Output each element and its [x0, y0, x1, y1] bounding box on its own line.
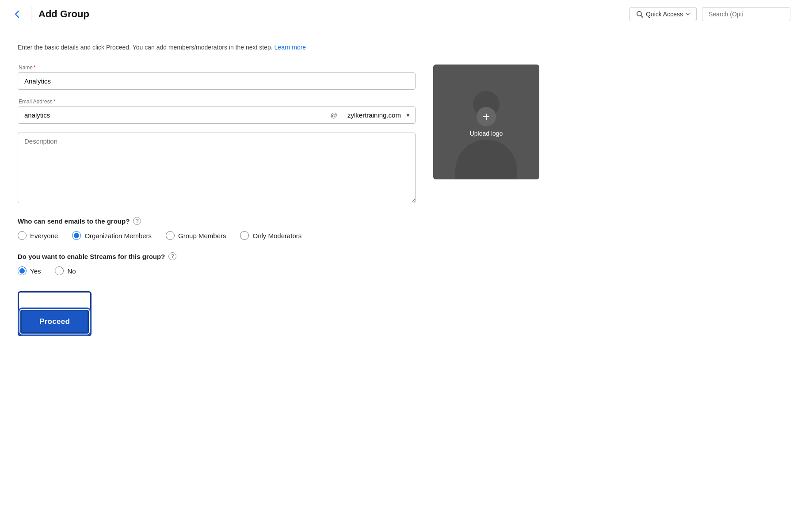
quick-access-label: Quick Access [646, 11, 683, 18]
header-divider [31, 6, 31, 22]
radio-only-moderators-label: Only Moderators [252, 232, 301, 239]
radio-streams-yes-input[interactable] [18, 266, 27, 275]
header-right: Quick Access [629, 7, 790, 21]
streams-radio-group: Yes No [18, 266, 416, 275]
description-textarea[interactable] [18, 133, 416, 203]
radio-streams-yes-label: Yes [30, 267, 41, 275]
proceed-button[interactable]: Proceed [20, 310, 89, 334]
radio-streams-no-input[interactable] [55, 266, 64, 275]
header: Add Group Quick Access [0, 0, 801, 28]
description-field-group [18, 133, 416, 205]
logo-plus-icon: + [477, 107, 496, 126]
form-section: Name* Email Address* @ zylkertraining.co… [18, 65, 416, 336]
form-logo-row: Name* Email Address* @ zylkertraining.co… [18, 65, 601, 336]
header-left: Add Group [11, 6, 89, 22]
quick-access-button[interactable]: Quick Access [629, 7, 697, 21]
chevron-down-icon [686, 12, 690, 16]
radio-streams-no-label: No [67, 267, 76, 275]
email-permission-radio-group: Everyone Organization Members Group Memb… [18, 231, 416, 240]
name-field-group: Name* [18, 65, 416, 90]
search-icon [636, 11, 643, 18]
radio-everyone[interactable]: Everyone [18, 231, 58, 240]
radio-streams-yes[interactable]: Yes [18, 266, 41, 275]
radio-group-members-label: Group Members [178, 232, 226, 239]
logo-silhouette-body [455, 140, 517, 179]
email-field-group: Email Address* @ zylkertraining.com ▼ [18, 99, 416, 124]
email-domain-select[interactable]: zylkertraining.com [341, 107, 415, 123]
email-field-wrapper: @ zylkertraining.com ▼ [18, 106, 416, 124]
email-required: * [53, 99, 56, 105]
info-text: Enter the basic details and click Procee… [18, 42, 601, 52]
radio-group-members[interactable]: Group Members [166, 231, 226, 240]
streams-help-icon[interactable]: ? [168, 252, 176, 260]
page-title: Add Group [38, 8, 89, 20]
radio-everyone-label: Everyone [30, 232, 58, 239]
email-local-input[interactable] [18, 107, 327, 123]
learn-more-link[interactable]: Learn more [275, 44, 306, 51]
search-input[interactable] [702, 7, 790, 21]
streams-question: Do you want to enable Streams for this g… [18, 252, 416, 260]
email-domain-wrapper: zylkertraining.com ▼ [341, 107, 415, 123]
name-input[interactable] [18, 72, 416, 90]
radio-org-members-input[interactable] [72, 231, 81, 240]
email-label: Email Address* [18, 99, 416, 105]
back-button[interactable] [11, 8, 24, 21]
logo-upload-area[interactable]: + Upload logo [433, 65, 539, 179]
email-at-symbol: @ [327, 111, 341, 119]
streams-section: Do you want to enable Streams for this g… [18, 252, 416, 275]
email-permission-question: Who can send emails to the group? ? [18, 217, 416, 225]
email-permission-help-icon[interactable]: ? [133, 217, 141, 225]
email-permission-section: Who can send emails to the group? ? Ever… [18, 217, 416, 240]
name-required: * [34, 65, 36, 71]
proceed-button-outer: Proceed [18, 291, 92, 336]
radio-only-moderators[interactable]: Only Moderators [240, 231, 301, 240]
radio-org-members[interactable]: Organization Members [72, 231, 152, 240]
radio-everyone-input[interactable] [18, 231, 27, 240]
name-label: Name* [18, 65, 416, 71]
main-content: Enter the basic details and click Procee… [0, 28, 619, 350]
radio-group-members-input[interactable] [166, 231, 175, 240]
logo-upload-text: Upload logo [470, 130, 503, 137]
radio-org-members-label: Organization Members [84, 232, 152, 239]
info-message: Enter the basic details and click Procee… [18, 44, 273, 51]
svg-line-1 [641, 15, 643, 17]
radio-only-moderators-input[interactable] [240, 231, 249, 240]
back-arrow-icon [12, 9, 22, 19]
radio-streams-no[interactable]: No [55, 266, 76, 275]
